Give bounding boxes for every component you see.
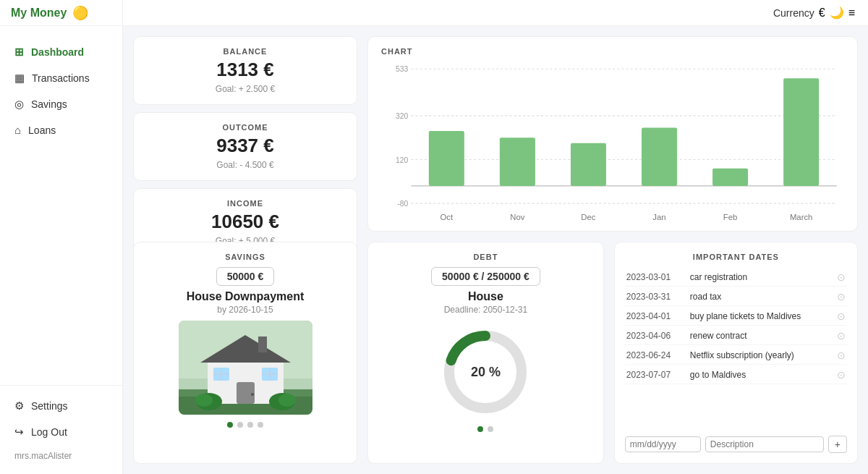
outcome-label: OUTCOME — [222, 123, 268, 132]
description-input[interactable] — [705, 436, 824, 452]
sidebar-item-savings[interactable]: ◎ Savings — [0, 91, 122, 117]
date-delete-icon-2[interactable]: ⊙ — [837, 310, 846, 322]
debt-title: DEBT — [473, 253, 498, 261]
svg-text:120: 120 — [396, 156, 408, 164]
date-item: 2023-03-31 road tax ⊙ — [625, 288, 847, 306]
outcome-goal: Goal: - 4.500 € — [216, 160, 273, 170]
svg-text:533: 533 — [396, 65, 408, 73]
logout-nav-icon: ↪ — [14, 426, 24, 439]
date-delete-icon-1[interactable]: ⊙ — [837, 291, 846, 302]
date-item: 2023-03-01 car registration ⊙ — [625, 268, 847, 287]
debt-card: DEBT 50000 € / 250000 € House Deadline: … — [367, 242, 604, 464]
svg-rect-17 — [712, 169, 748, 186]
date-left-3: 2023-04-06 renew contract — [626, 331, 747, 341]
svg-text:Feb: Feb — [723, 213, 738, 221]
date-left-1: 2023-03-31 road tax — [626, 292, 721, 302]
income-value: 10650 € — [211, 211, 279, 233]
debt-dots — [477, 426, 493, 432]
sidebar-item-logout[interactable]: ↪ Log Out — [0, 419, 122, 445]
debt-deadline: Deadline: 2050-12-31 — [444, 305, 527, 315]
currency-label: Currency — [773, 7, 814, 19]
house-illustration — [179, 321, 312, 415]
date-delete-icon-0[interactable]: ⊙ — [837, 271, 846, 283]
sidebar-item-label-settings: Settings — [31, 400, 68, 412]
date-item: 2023-07-07 go to Maldives ⊙ — [625, 366, 847, 384]
settings-nav-icon: ⚙ — [14, 399, 24, 412]
date-str-5: 2023-07-07 — [626, 370, 684, 380]
debt-name: House — [468, 290, 503, 303]
main-content: BALANCE 1313 € Goal: + 2.500 € OUTCOME 9… — [123, 26, 868, 474]
svg-text:Nov: Nov — [510, 213, 525, 221]
bottom-row: SAVINGS 50000 € House Downpayment by 202… — [133, 242, 858, 464]
savings-dot-3[interactable] — [258, 422, 263, 428]
svg-rect-27 — [258, 337, 267, 352]
savings-dot-2[interactable] — [247, 422, 253, 428]
svg-text:320: 320 — [396, 112, 408, 120]
date-str-3: 2023-04-06 — [626, 331, 684, 341]
date-item: 2023-06-24 Netflix subscription (yearly)… — [625, 347, 847, 365]
savings-nav-icon: ◎ — [14, 98, 24, 111]
debt-donut: 20 % — [438, 325, 532, 419]
balance-card: BALANCE 1313 € Goal: + 2.500 € — [133, 36, 357, 105]
svg-rect-9 — [429, 131, 464, 186]
sidebar-item-transactions[interactable]: ▦ Transactions — [0, 65, 122, 91]
savings-card: SAVINGS 50000 € House Downpayment by 202… — [133, 242, 357, 464]
date-delete-icon-4[interactable]: ⊙ — [837, 350, 846, 361]
income-label: INCOME — [227, 199, 263, 208]
date-input[interactable] — [625, 436, 701, 452]
svg-text:March: March — [790, 213, 813, 221]
svg-point-38 — [195, 394, 213, 407]
outcome-value: 9337 € — [216, 135, 274, 157]
debt-dot-1[interactable] — [488, 426, 493, 432]
dark-mode-icon[interactable]: 🌙 — [830, 6, 844, 20]
donut-percent-label: 20 % — [471, 365, 501, 380]
balance-label: BALANCE — [224, 47, 268, 56]
date-str-1: 2023-03-31 — [626, 292, 684, 302]
date-left-2: 2023-04-01 buy plane tickets to Maldives — [626, 311, 801, 321]
summary-cards: BALANCE 1313 € Goal: + 2.500 € OUTCOME 9… — [133, 36, 357, 232]
menu-icon[interactable]: ≡ — [848, 7, 855, 20]
date-desc-5: go to Maldives — [690, 370, 746, 380]
savings-amount: 50000 € — [216, 267, 275, 286]
svg-rect-28 — [237, 382, 255, 404]
date-str-0: 2023-03-01 — [626, 272, 684, 282]
date-delete-icon-5[interactable]: ⊙ — [837, 369, 846, 381]
savings-dot-1[interactable] — [237, 422, 243, 428]
add-date-button[interactable]: + — [828, 436, 847, 453]
date-desc-2: buy plane tickets to Maldives — [690, 311, 801, 321]
svg-rect-19 — [783, 78, 819, 186]
balance-goal: Goal: + 2.500 € — [216, 84, 275, 94]
sidebar-item-loans[interactable]: ⌂ Loans — [0, 117, 122, 143]
main-nav: ⊞ Dashboard▦ Transactions◎ Savings⌂ Loan… — [0, 26, 122, 385]
svg-text:Jan: Jan — [652, 213, 665, 221]
important-dates-card: IMPORTANT DATES 2023-03-01 car registrat… — [614, 242, 858, 464]
date-str-2: 2023-04-01 — [626, 311, 684, 321]
sidebar: My Money 🟡 ⊞ Dashboard▦ Transactions◎ Sa… — [0, 0, 123, 474]
savings-by-date: by 2026-10-15 — [217, 305, 273, 315]
dates-add-row: + — [625, 436, 847, 453]
sidebar-item-label-savings: Savings — [31, 98, 67, 110]
date-str-4: 2023-06-24 — [626, 350, 684, 360]
savings-name: House Downpayment — [187, 290, 305, 303]
date-desc-3: renew contract — [690, 331, 747, 341]
savings-image — [179, 321, 312, 415]
date-left-4: 2023-06-24 Netflix subscription (yearly) — [626, 350, 794, 360]
sidebar-user: mrs.macAlister — [0, 445, 122, 467]
date-delete-icon-3[interactable]: ⊙ — [837, 330, 846, 342]
svg-text:-80: -80 — [397, 200, 408, 208]
balance-value: 1313 € — [216, 59, 274, 81]
debt-dot-0[interactable] — [477, 426, 483, 432]
sidebar-header: My Money 🟡 — [0, 0, 122, 26]
debt-amount: 50000 € / 250000 € — [431, 267, 540, 286]
sidebar-item-label-loans: Loans — [28, 124, 56, 136]
sidebar-item-dashboard[interactable]: ⊞ Dashboard — [0, 39, 122, 65]
sidebar-item-label-logout: Log Out — [31, 426, 67, 438]
currency-symbol-icon[interactable]: € — [819, 7, 825, 20]
sidebar-item-settings[interactable]: ⚙ Settings — [0, 393, 122, 419]
savings-dot-0[interactable] — [227, 422, 233, 428]
savings-title: SAVINGS — [225, 253, 265, 261]
chart-card: CHART 533320120-80OctNovDecJanFebMarch — [367, 36, 858, 232]
svg-point-39 — [278, 394, 296, 407]
outcome-card: OUTCOME 9337 € Goal: - 4.500 € — [133, 112, 357, 181]
svg-text:Dec: Dec — [581, 213, 596, 221]
